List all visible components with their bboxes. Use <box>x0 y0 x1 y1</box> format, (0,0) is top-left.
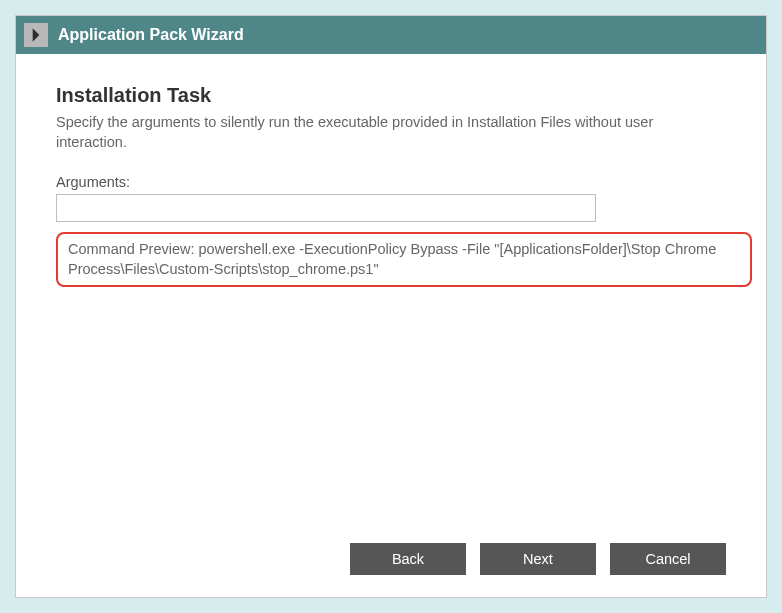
back-button[interactable]: Back <box>350 543 466 575</box>
arguments-input[interactable] <box>56 194 596 222</box>
wizard-icon <box>24 23 48 47</box>
next-button[interactable]: Next <box>480 543 596 575</box>
command-preview-text: Command Preview: powershell.exe -Executi… <box>68 241 716 277</box>
page-description: Specify the arguments to silently run th… <box>56 113 726 152</box>
content-area: Installation Task Specify the arguments … <box>16 54 766 543</box>
wizard-window: Application Pack Wizard Installation Tas… <box>15 15 767 598</box>
page-heading: Installation Task <box>56 84 726 107</box>
arguments-label: Arguments: <box>56 174 726 190</box>
title-bar: Application Pack Wizard <box>16 16 766 54</box>
cancel-button[interactable]: Cancel <box>610 543 726 575</box>
command-preview-box: Command Preview: powershell.exe -Executi… <box>56 232 752 287</box>
title-bar-text: Application Pack Wizard <box>58 26 244 44</box>
button-row: Back Next Cancel <box>16 543 766 597</box>
